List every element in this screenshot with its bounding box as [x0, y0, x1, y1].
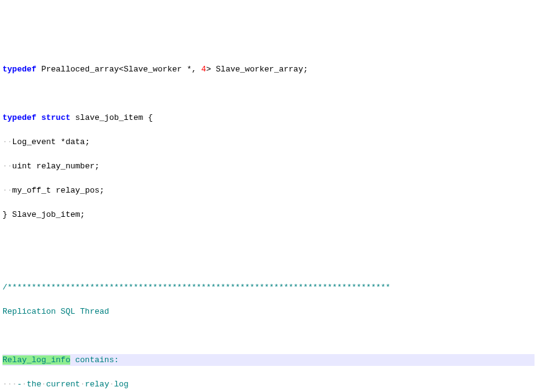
comment-text: ·-·the·current·relay·log: [12, 380, 129, 389]
keyword-typedef: typedef: [2, 113, 37, 122]
code-line: ··uint relay_number;: [2, 160, 535, 173]
code-text: > Slave_worker_array;: [206, 65, 308, 74]
code-text: } Slave_job_item;: [2, 210, 85, 219]
code-text: uint relay_number;: [12, 162, 99, 171]
code-text: Log_event *data;: [12, 137, 90, 147]
code-line: ··Log_event *data;: [2, 136, 535, 148]
whitespace-marker: ··: [2, 186, 12, 195]
number-literal: 4: [201, 65, 206, 74]
code-line: typedef Prealloced_array<Slave_worker *,…: [2, 63, 535, 76]
comment-text: contains:: [70, 355, 119, 365]
code-text: my_off_t relay_pos;: [12, 186, 104, 195]
comment-text: /***************************************…: [2, 283, 390, 292]
code-text: Prealloced_array<Slave_worker *,: [37, 65, 201, 74]
keyword-struct: struct: [41, 113, 70, 122]
search-match: Relay_log_info: [2, 355, 70, 365]
whitespace-marker: ··: [2, 137, 12, 147]
code-line: Replication SQL Thread: [2, 306, 535, 318]
comment-text: Replication SQL Thread: [2, 307, 109, 316]
code-line: } Slave_job_item;: [2, 209, 535, 221]
whitespace-marker: ··: [2, 380, 12, 389]
code-line-empty: [2, 88, 535, 100]
code-line: ···-·the·current·relay·log: [2, 378, 535, 391]
code-line: typedef struct slave_job_item {: [2, 112, 535, 124]
code-line-empty: [2, 257, 535, 270]
keyword-typedef: typedef: [2, 65, 37, 74]
code-editor[interactable]: typedef Prealloced_array<Slave_worker *,…: [2, 51, 535, 392]
code-text: slave_job_item {: [70, 113, 153, 122]
code-line-empty: [2, 330, 535, 342]
code-line-empty: [2, 233, 535, 245]
whitespace-marker: ··: [2, 162, 12, 171]
code-line: /***************************************…: [2, 281, 535, 294]
code-line-highlighted: Relay_log_info contains:: [2, 354, 535, 367]
code-line: ··my_off_t relay_pos;: [2, 185, 535, 197]
